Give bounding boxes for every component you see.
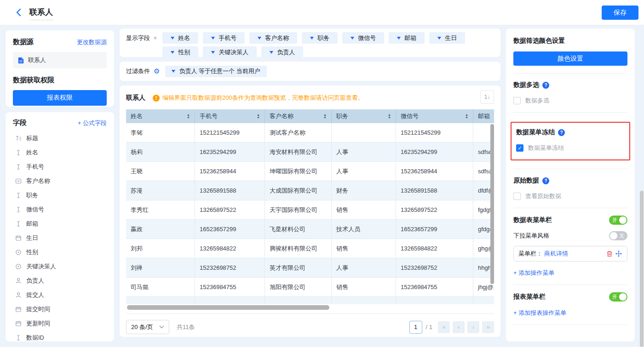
help-icon[interactable]: ? bbox=[542, 177, 549, 184]
add-action-menu-link[interactable]: + 添加操作菜单 bbox=[513, 269, 554, 277]
filter-condition-chip[interactable]: 负责人 等于任意一个 当前用户 bbox=[165, 66, 266, 77]
display-field-chip[interactable]: 关键决策人 bbox=[203, 46, 257, 58]
table-row[interactable]: 苏漫13265891588大成国际有限公司财务13265891588dfdf@1 bbox=[126, 181, 494, 200]
display-field-chip-label: 微信号 bbox=[358, 34, 376, 42]
field-item[interactable]: 生日 bbox=[13, 231, 107, 245]
table-cell bbox=[265, 297, 332, 304]
calendar-icon bbox=[15, 306, 22, 313]
multi-select-checkbox-row[interactable]: 数据多选 bbox=[513, 97, 627, 105]
raw-data-checkbox[interactable] bbox=[513, 193, 521, 200]
field-item-label: 标题 bbox=[26, 134, 38, 142]
multi-select-checkbox[interactable] bbox=[513, 97, 521, 104]
chevron-down-icon bbox=[171, 51, 174, 54]
chevron-down-icon bbox=[270, 51, 273, 54]
table-row[interactable]: 嬴政16523657299飞星材料公司技术人员16523657299gfdg@1 bbox=[126, 220, 494, 239]
field-item[interactable]: 数据ID bbox=[13, 330, 107, 341]
sort-carets-icon[interactable]: ▲▼ bbox=[465, 114, 468, 119]
display-field-chip[interactable]: 生日 bbox=[429, 32, 465, 44]
change-datasource-link[interactable]: 更改数据源 bbox=[77, 38, 107, 46]
next-page-icon[interactable]: › bbox=[467, 321, 479, 333]
table-vertical-scrollbar[interactable] bbox=[490, 124, 494, 303]
table-header-cell[interactable]: 邮箱▲▼ bbox=[473, 109, 494, 123]
sort-carets-icon[interactable]: ▲▼ bbox=[257, 114, 260, 119]
add-report-menu-link[interactable]: + 添加报表操作菜单 bbox=[513, 309, 566, 317]
add-formula-field-link[interactable]: + 公式字段 bbox=[78, 119, 107, 127]
table-row[interactable] bbox=[126, 297, 494, 304]
field-item[interactable]: 性别 bbox=[13, 245, 107, 259]
menu-item-value[interactable]: 商机详情 bbox=[544, 250, 568, 258]
table-row[interactable]: 司马懿15236984755旭阳有限公司销售15236984755jhgj@16 bbox=[126, 278, 494, 297]
back-icon[interactable] bbox=[14, 7, 24, 17]
move-icon[interactable] bbox=[615, 250, 622, 257]
field-item[interactable]: 提交人 bbox=[13, 288, 107, 302]
field-item[interactable]: 标题 bbox=[13, 131, 107, 145]
display-field-chip[interactable]: 客户名称 bbox=[249, 32, 297, 44]
settings-panel: 数据筛选颜色设置 颜色设置 数据多选 ? 数据多选 数据菜单冻结 ? ✓ 数据菜… bbox=[506, 28, 635, 341]
display-field-chip[interactable]: 手机号 bbox=[203, 32, 245, 44]
display-field-chip[interactable]: 姓名 bbox=[162, 32, 198, 44]
field-item[interactable]: 邮箱 bbox=[13, 216, 107, 231]
field-item-label: 提交时间 bbox=[26, 305, 50, 313]
table-header-cell[interactable]: 手机号▲▼ bbox=[195, 109, 265, 123]
display-field-chip[interactable]: 职务 bbox=[302, 32, 338, 44]
field-item-label: 职务 bbox=[26, 191, 38, 199]
table-menu-toggle[interactable]: 开 bbox=[609, 216, 627, 225]
display-field-chip[interactable]: 微信号 bbox=[342, 32, 384, 44]
report-permission-button[interactable]: 报表权限 bbox=[13, 90, 107, 106]
field-item[interactable]: 微信号 bbox=[13, 202, 107, 216]
datasource-item[interactable]: 联系人 bbox=[13, 52, 107, 68]
field-item[interactable]: 手机号 bbox=[13, 159, 107, 174]
last-page-icon[interactable]: » bbox=[482, 321, 494, 333]
table-header-cell[interactable]: 姓名▲▼ bbox=[126, 109, 195, 123]
display-field-chip[interactable]: 性别 bbox=[162, 46, 198, 58]
table-row[interactable]: 刘邦13265984822腾骏材料有限公司销售13265984822ghg@16 bbox=[126, 239, 494, 258]
table-row[interactable]: 李秀红13265897522天宇国际有限公司销售13265897522fgdgf… bbox=[126, 200, 494, 220]
sort-carets-icon[interactable]: ▲▼ bbox=[323, 114, 327, 119]
help-icon[interactable]: ? bbox=[558, 129, 565, 136]
color-settings-button[interactable]: 颜色设置 bbox=[513, 51, 627, 66]
sort-carets-icon[interactable]: ▲▼ bbox=[187, 114, 190, 119]
menu-item-row[interactable]: 菜单栏： 商机详情 bbox=[513, 246, 627, 262]
table-header-cell[interactable]: 客户名称▲▼ bbox=[265, 109, 332, 123]
field-item[interactable]: 提交时间 bbox=[13, 302, 107, 316]
sort-order-icon[interactable]: 1↓ bbox=[480, 90, 494, 104]
display-field-chip[interactable]: 负责人 bbox=[261, 46, 303, 58]
field-item[interactable]: 客户名称 bbox=[13, 174, 107, 188]
menu-freeze-checkbox-row[interactable]: ✓ 数据菜单冻结 bbox=[516, 144, 625, 152]
window-scrollbar[interactable] bbox=[640, 191, 644, 347]
trash-icon[interactable] bbox=[606, 250, 613, 257]
field-item[interactable]: 负责人 bbox=[13, 273, 107, 288]
prev-page-icon[interactable]: ‹ bbox=[453, 321, 465, 333]
page-size-select[interactable]: 20 条/页 bbox=[126, 320, 169, 334]
first-page-icon[interactable]: « bbox=[438, 321, 450, 333]
help-icon[interactable]: ? bbox=[542, 82, 549, 89]
save-button[interactable]: 保存 bbox=[602, 6, 638, 20]
table-row[interactable]: 杨莉16235294299海安材料有限公司人事16235294299sdfsd@ bbox=[126, 142, 494, 162]
table-row[interactable]: 王晓15236258944坤曜国际有限公司人事15236258944sdfs@1 bbox=[126, 162, 494, 181]
field-item-label: 更新时间 bbox=[26, 319, 50, 328]
text-icon bbox=[15, 206, 22, 213]
table-row[interactable]: 李铭152121545299测试客户名称152121545299 bbox=[126, 123, 494, 142]
display-field-chip-label: 职务 bbox=[317, 34, 329, 42]
field-item[interactable]: 更新时间 bbox=[13, 316, 107, 330]
display-field-chip-label: 姓名 bbox=[178, 34, 190, 42]
dropdown-style-toggle[interactable]: 关 bbox=[609, 231, 627, 240]
field-item[interactable]: 姓名 bbox=[13, 145, 107, 159]
gear-icon[interactable]: ⚙ bbox=[154, 67, 160, 75]
add-display-field-button[interactable]: + bbox=[154, 34, 157, 41]
field-item[interactable]: 职务 bbox=[13, 188, 107, 202]
menu-freeze-checkbox[interactable]: ✓ bbox=[516, 144, 523, 152]
display-field-chip[interactable]: 邮箱 bbox=[389, 32, 425, 44]
table-row[interactable]: 刘禅15232698752英才有限公司人事15232698752hhgh@ bbox=[126, 258, 494, 278]
field-item[interactable]: 关键决策人 bbox=[13, 259, 107, 273]
page-number-input[interactable]: 1 bbox=[409, 321, 422, 334]
table-header-cell[interactable]: 职务▲▼ bbox=[332, 109, 396, 123]
table-cell: 16235294299 bbox=[396, 142, 473, 162]
table-header-cell[interactable]: 微信号▲▼ bbox=[396, 109, 473, 123]
page-title[interactable]: 联系人 bbox=[29, 7, 53, 20]
raw-data-checkbox-row[interactable]: 查看原始数据 bbox=[513, 192, 627, 200]
sort-carets-icon[interactable]: ▲▼ bbox=[388, 114, 391, 119]
report-menu-toggle[interactable]: 开 bbox=[609, 292, 627, 301]
display-chip-list: 姓名手机号客户名称职务微信号邮箱生日性别关键决策人负责人 bbox=[162, 32, 494, 58]
table-horizontal-scrollbar[interactable] bbox=[126, 305, 494, 310]
